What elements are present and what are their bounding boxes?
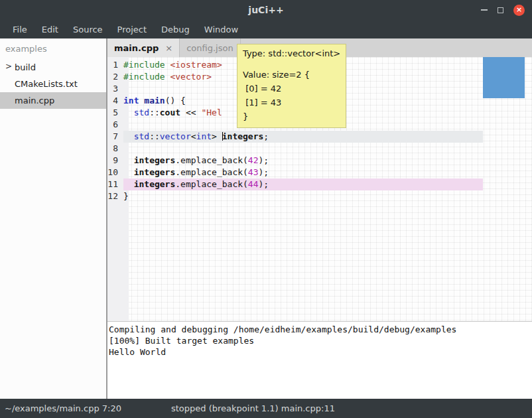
line-number: 1 [107, 59, 123, 71]
window-title: juCi++ [0, 5, 532, 15]
sidebar-title: examples [0, 38, 106, 59]
file-tree-sidebar: examples > build CMakeLists.txt main.cpp [0, 38, 107, 399]
statusbar: ~/examples/main.cpp 7:20 stopped (breakp… [0, 399, 532, 418]
code-line-9[interactable]: 9 integers.emplace_back(42); [107, 155, 483, 167]
tree-item-label: CMakeLists.txt [15, 79, 78, 89]
main-area: examples > build CMakeLists.txt main.cpp… [0, 38, 532, 399]
status-debug-state: stopped (breakpoint 1.1) main.cpp:11 [171, 403, 335, 413]
scrollbar-track[interactable] [483, 57, 532, 321]
code-line-7[interactable]: 7 std::vector<int> integers; [107, 131, 483, 143]
tree-item-label: build [15, 62, 36, 72]
line-number: 8 [107, 143, 123, 155]
line-number: 11 [107, 178, 123, 190]
terminal-line: [100%] Built target examples [109, 335, 531, 346]
tooltip-value-line: } [243, 109, 340, 123]
status-file-position: ~/examples/main.cpp 7:20 [0, 403, 171, 413]
build-output-terminal[interactable]: Compiling and debugging /home/eidheim/ex… [107, 321, 532, 399]
line-number: 3 [107, 83, 123, 95]
tooltip-value-line: Value: size=2 { [243, 68, 340, 82]
scrollbar-thumb[interactable] [483, 57, 525, 98]
titlebar[interactable]: juCi++ × [0, 0, 532, 20]
tab-label: main.cpp [114, 43, 159, 53]
line-number: 10 [107, 167, 123, 178]
code-line-8[interactable]: 8 [107, 143, 483, 155]
tooltip-gap [243, 60, 340, 68]
close-icon[interactable]: × [513, 5, 525, 16]
code-text [123, 143, 483, 155]
tab-config-json[interactable]: config.json [180, 38, 241, 57]
code-text: integers.emplace_back(43); [123, 167, 483, 178]
file-tree: > build CMakeLists.txt main.cpp [0, 59, 106, 109]
menu-file[interactable]: File [5, 25, 34, 35]
folder-expander-icon[interactable]: > [5, 62, 12, 71]
tab-main-cpp[interactable]: main.cpp × [107, 38, 180, 57]
debug-value-tooltip: Type: std::vector<int> Value: size=2 { [… [237, 44, 346, 128]
code-text: std::vector<int> integers; [123, 131, 483, 143]
line-number: 7 [107, 131, 123, 143]
menu-source[interactable]: Source [66, 25, 110, 35]
juci-window: juCi++ × File Edit Source Project Debug … [0, 0, 532, 418]
tree-item-label: main.cpp [15, 96, 54, 105]
menu-edit[interactable]: Edit [34, 25, 66, 35]
editor-pane: main.cpp × config.json 1#include <iostre… [107, 38, 532, 399]
tooltip-value-line: [1] = 43 [243, 96, 340, 109]
line-number: 6 [107, 119, 123, 131]
code-text: } [123, 190, 483, 202]
minimize-icon[interactable] [481, 9, 488, 11]
tooltip-value-line: [0] = 42 [243, 82, 340, 96]
tree-item-cmakelists[interactable]: CMakeLists.txt [0, 76, 106, 92]
code-line-10[interactable]: 10 integers.emplace_back(43); [107, 167, 483, 178]
line-number: 5 [107, 107, 123, 119]
tooltip-type-line: Type: std::vector<int> [243, 46, 340, 60]
line-number: 2 [107, 71, 123, 83]
code-text: integers.emplace_back(44); [123, 178, 483, 190]
window-controls: × [481, 5, 532, 16]
maximize-icon[interactable] [498, 7, 503, 13]
terminal-line: Compiling and debugging /home/eidheim/ex… [109, 324, 531, 335]
line-number: 9 [107, 155, 123, 167]
terminal-line: Hello World [109, 346, 531, 358]
code-line-12[interactable]: 12} [107, 190, 483, 202]
menubar: File Edit Source Project Debug Window [0, 20, 532, 38]
tree-item-build[interactable]: > build [0, 59, 106, 76]
menu-project[interactable]: Project [110, 25, 154, 35]
code-text: integers.emplace_back(42); [123, 155, 483, 167]
line-number: 12 [107, 190, 123, 202]
line-number: 4 [107, 95, 123, 107]
tree-item-main-cpp[interactable]: main.cpp [0, 92, 106, 109]
menu-window[interactable]: Window [197, 25, 245, 35]
tab-label: config.json [186, 43, 233, 53]
tab-close-icon[interactable]: × [165, 43, 172, 53]
menu-debug[interactable]: Debug [154, 25, 197, 35]
code-line-11[interactable]: 11 integers.emplace_back(44); [107, 178, 483, 190]
